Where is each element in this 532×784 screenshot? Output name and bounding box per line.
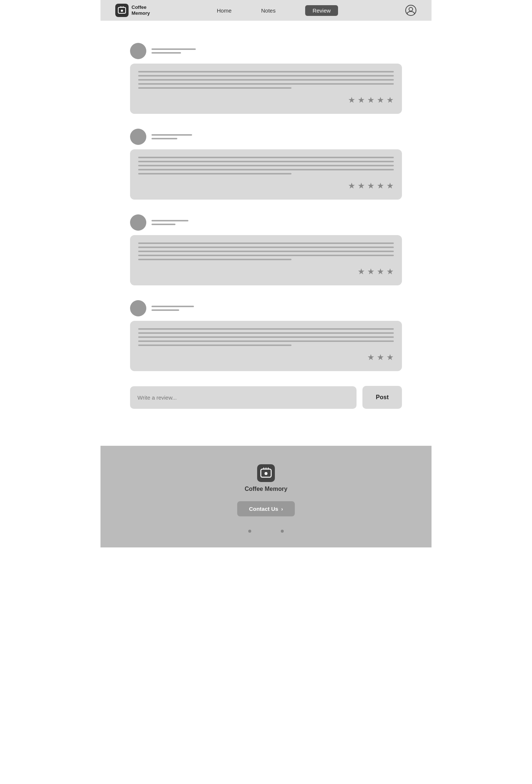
review-author bbox=[130, 129, 402, 145]
text-line bbox=[138, 165, 394, 166]
text-line bbox=[138, 161, 394, 162]
star-3: ★ bbox=[367, 95, 375, 105]
text-line bbox=[138, 332, 394, 334]
star-5: ★ bbox=[386, 181, 394, 191]
author-lines bbox=[151, 48, 196, 54]
svg-point-4 bbox=[409, 7, 413, 11]
review-card: ★ ★ ★ ★ bbox=[130, 235, 402, 285]
nav-notes[interactable]: Notes bbox=[261, 7, 276, 14]
review-item: ★ ★ ★ ★ ★ bbox=[130, 43, 402, 114]
author-sub-line bbox=[151, 309, 179, 311]
text-line bbox=[138, 328, 394, 330]
review-author bbox=[130, 300, 402, 316]
text-line bbox=[138, 336, 394, 338]
star-4: ★ bbox=[386, 267, 394, 276]
review-author bbox=[130, 43, 402, 59]
star-2: ★ bbox=[358, 95, 365, 105]
review-text-lines bbox=[138, 157, 394, 174]
text-line bbox=[138, 242, 394, 244]
avatar bbox=[130, 43, 146, 59]
author-lines bbox=[151, 306, 194, 311]
text-line bbox=[138, 259, 291, 260]
text-line bbox=[138, 157, 394, 158]
star-2: ★ bbox=[367, 267, 375, 276]
review-text-lines bbox=[138, 328, 394, 346]
review-item: ★ ★ ★ ★ bbox=[130, 214, 402, 285]
star-4: ★ bbox=[377, 95, 384, 105]
review-card: ★ ★ ★ ★ ★ bbox=[130, 149, 402, 200]
reviews-main: ★ ★ ★ ★ ★ ★ bbox=[100, 21, 432, 424]
author-sub-line bbox=[151, 52, 181, 54]
author-sub-line bbox=[151, 138, 177, 139]
star-rating: ★ ★ ★ ★ bbox=[138, 267, 394, 276]
contact-us-label: Contact Us bbox=[249, 506, 278, 512]
text-line bbox=[138, 87, 291, 89]
star-3: ★ bbox=[386, 353, 394, 362]
user-profile-icon[interactable] bbox=[405, 4, 417, 16]
review-card: ★ ★ ★ ★ ★ bbox=[130, 64, 402, 114]
star-rating: ★ ★ ★ ★ ★ bbox=[138, 95, 394, 105]
star-1: ★ bbox=[348, 181, 355, 191]
star-1: ★ bbox=[367, 353, 375, 362]
star-5: ★ bbox=[386, 95, 394, 105]
review-author bbox=[130, 214, 402, 231]
write-review-bar: Post bbox=[130, 386, 402, 409]
review-item: ★ ★ ★ bbox=[130, 300, 402, 371]
nav-home[interactable]: Home bbox=[217, 7, 232, 14]
contact-us-button[interactable]: Contact Us › bbox=[237, 501, 295, 516]
text-line bbox=[138, 345, 291, 346]
author-lines bbox=[151, 220, 188, 225]
review-input[interactable] bbox=[130, 386, 357, 409]
footer-dot-1 bbox=[248, 530, 251, 533]
star-rating: ★ ★ ★ ★ ★ bbox=[138, 181, 394, 191]
author-name-line bbox=[151, 220, 188, 221]
star-1: ★ bbox=[348, 95, 355, 105]
nav-logo[interactable]: Coffee Memory bbox=[115, 4, 150, 17]
author-name-line bbox=[151, 306, 194, 307]
star-2: ★ bbox=[358, 181, 365, 191]
svg-point-7 bbox=[265, 472, 267, 475]
text-line bbox=[138, 169, 394, 170]
svg-point-2 bbox=[121, 10, 123, 12]
author-name-line bbox=[151, 48, 196, 50]
post-button[interactable]: Post bbox=[362, 386, 402, 409]
text-line bbox=[138, 255, 394, 256]
text-line bbox=[138, 79, 394, 81]
avatar bbox=[130, 214, 146, 231]
navbar: Coffee Memory Home Notes Review bbox=[100, 0, 432, 21]
text-line bbox=[138, 83, 394, 85]
footer-dots bbox=[248, 530, 284, 533]
footer-logo-icon bbox=[257, 464, 275, 482]
avatar bbox=[130, 129, 146, 145]
footer: Coffee Memory Contact Us › bbox=[100, 446, 432, 547]
text-line bbox=[138, 173, 291, 174]
author-name-line bbox=[151, 134, 192, 136]
author-lines bbox=[151, 134, 192, 139]
footer-dot-2 bbox=[281, 530, 284, 533]
footer-brand-name: Coffee Memory bbox=[245, 486, 287, 492]
text-line bbox=[138, 247, 394, 248]
review-card: ★ ★ ★ bbox=[130, 321, 402, 371]
star-1: ★ bbox=[358, 267, 365, 276]
review-text-lines bbox=[138, 242, 394, 260]
star-rating: ★ ★ ★ bbox=[138, 353, 394, 362]
review-text-lines bbox=[138, 71, 394, 89]
contact-us-arrow-icon: › bbox=[281, 506, 283, 512]
star-3: ★ bbox=[367, 181, 375, 191]
coffee-memory-logo-icon bbox=[115, 4, 129, 17]
author-sub-line bbox=[151, 224, 175, 225]
nav-review[interactable]: Review bbox=[305, 5, 338, 16]
text-line bbox=[138, 71, 394, 72]
review-item: ★ ★ ★ ★ ★ bbox=[130, 129, 402, 200]
text-line bbox=[138, 340, 394, 342]
star-2: ★ bbox=[377, 353, 384, 362]
avatar bbox=[130, 300, 146, 316]
star-3: ★ bbox=[377, 267, 384, 276]
nav-logo-text: Coffee Memory bbox=[132, 4, 150, 16]
nav-links: Home Notes Review bbox=[217, 5, 338, 16]
star-4: ★ bbox=[377, 181, 384, 191]
text-line bbox=[138, 75, 394, 77]
text-line bbox=[138, 251, 394, 252]
